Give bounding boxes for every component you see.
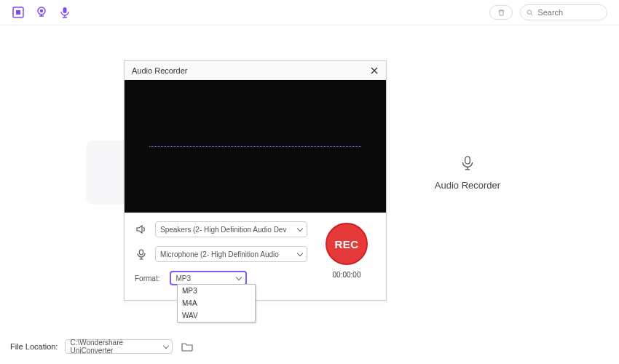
audio-recorder-card[interactable]: Audio Recorder	[395, 141, 540, 205]
close-button[interactable]	[370, 66, 379, 75]
microphone-select[interactable]: Microphone (2- High Definition Audio	[155, 246, 307, 262]
speaker-select-label: Speakers (2- High Definition Audio Dev	[160, 226, 286, 234]
waveform-line	[149, 146, 361, 147]
mic-icon	[460, 155, 476, 171]
svg-point-3	[40, 9, 43, 12]
search-box[interactable]	[520, 4, 607, 20]
close-icon	[370, 66, 379, 75]
chevron-down-icon	[236, 274, 242, 280]
dialog-title: Audio Recorder	[132, 66, 187, 75]
audio-recorder-card-label: Audio Recorder	[435, 180, 500, 191]
mic-icon[interactable]	[58, 6, 71, 19]
svg-rect-4	[63, 7, 67, 13]
background-card-left	[86, 141, 130, 205]
dialog-controls: Speakers (2- High Definition Audio Dev M…	[125, 213, 386, 300]
file-location-select[interactable]: C:\Wondershare UniConverter	[65, 339, 173, 354]
open-folder-button[interactable]	[180, 340, 194, 353]
speaker-row: Speakers (2- High Definition Audio Dev	[135, 221, 307, 237]
format-dropdown: MP3 M4A WAV	[177, 284, 256, 323]
screen-record-icon[interactable]	[12, 6, 25, 19]
svg-rect-6	[465, 157, 470, 164]
svg-point-5	[527, 9, 531, 13]
trash-button[interactable]	[489, 5, 513, 20]
controls-left: Speakers (2- High Definition Audio Dev M…	[135, 221, 307, 285]
svg-rect-1	[16, 10, 20, 15]
record-button-label: REC	[334, 238, 358, 250]
folder-icon	[181, 341, 193, 352]
format-select[interactable]: MP3	[170, 271, 247, 285]
search-input[interactable]	[537, 8, 601, 17]
svg-rect-7	[140, 250, 143, 255]
format-label: Format:	[135, 274, 159, 282]
format-option-wav[interactable]: WAV	[178, 309, 255, 322]
dialog-header: Audio Recorder	[125, 61, 386, 80]
time-elapsed: 00:00:00	[333, 271, 361, 279]
record-area: REC 00:00:00	[318, 221, 376, 285]
footer: File Location: C:\Wondershare UniConvert…	[10, 339, 194, 354]
microphone-select-label: Microphone (2- High Definition Audio	[160, 250, 279, 258]
search-icon	[527, 9, 533, 17]
waveform-display	[125, 80, 386, 213]
format-option-mp3[interactable]: MP3	[178, 285, 255, 297]
chevron-down-icon	[297, 226, 303, 232]
file-location-value: C:\Wondershare UniConverter	[70, 339, 163, 355]
topbar-left	[12, 6, 71, 19]
format-select-label: MP3	[176, 274, 191, 282]
audio-recorder-dialog: Audio Recorder Speakers (2- High Definit…	[124, 60, 387, 301]
speaker-select[interactable]: Speakers (2- High Definition Audio Dev	[155, 221, 307, 237]
format-row: Format: MP3	[135, 271, 307, 285]
speaker-icon	[135, 223, 148, 236]
file-location-label: File Location:	[10, 342, 58, 351]
format-option-m4a[interactable]: M4A	[178, 297, 255, 309]
topbar-right	[489, 4, 607, 20]
record-button[interactable]: REC	[326, 223, 368, 265]
microphone-icon	[135, 248, 148, 261]
camera-icon[interactable]	[35, 6, 48, 19]
microphone-row: Microphone (2- High Definition Audio	[135, 246, 307, 262]
chevron-down-icon	[297, 250, 303, 256]
top-bar	[0, 0, 619, 25]
